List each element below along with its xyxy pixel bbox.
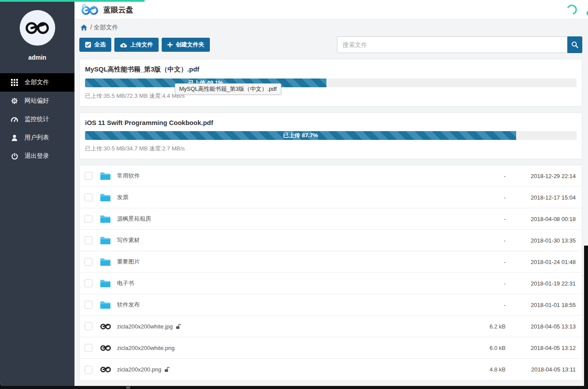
row-checkbox[interactable]	[85, 172, 92, 180]
file-name[interactable]: 发票	[117, 193, 128, 201]
file-size: -	[457, 280, 506, 287]
file-list: 常用软件 - 2018-12-29 22:14 发票	[79, 165, 582, 381]
sidebar-item-label: 全部文件	[25, 79, 49, 86]
gear-icon	[11, 97, 18, 104]
sidebar-item-link[interactable]: 监控统计	[0, 110, 74, 128]
file-row[interactable]: 电子书 - 2018-01-19 22:31	[80, 273, 582, 294]
sidebar-item-link[interactable]: 退出登录	[0, 147, 74, 165]
lock-open-icon[interactable]	[176, 324, 181, 329]
file-row[interactable]: 重要图片 - 2018-01-24 01:48	[80, 251, 582, 273]
row-checkbox[interactable]	[85, 279, 92, 287]
sidebar-item-link[interactable]: 网站偏好	[0, 92, 74, 110]
power-icon	[11, 153, 18, 160]
upload-status: 已上传:35.5 MB/72.3 MB 速度:4.4 MB/s	[85, 92, 577, 100]
file-row[interactable]: 软件发布 - 2018-01-01 18:55	[80, 294, 582, 316]
create-folder-button[interactable]: 创建文件夹	[162, 38, 210, 52]
file-name[interactable]: 写作素材	[117, 236, 140, 244]
eyeblue-logo-icon	[25, 20, 50, 36]
screen: admin 全部文件 网站偏好 监控统计 用户列表	[0, 0, 588, 389]
cloud-upload-icon	[120, 42, 127, 48]
file-name[interactable]: 软件发布	[117, 301, 140, 309]
file-date: 2018-04-05 13:11	[506, 366, 576, 373]
folder-icon	[100, 257, 111, 266]
avatar[interactable]	[20, 10, 55, 46]
upload-file-button[interactable]: 上传文件	[114, 38, 159, 52]
file-row[interactable]: 写作素材 - 2018-01-30 13:35	[80, 230, 582, 251]
file-date: 2018-04-05 13:13	[506, 323, 576, 330]
home-icon[interactable]	[81, 25, 87, 31]
sidebar-item-label: 用户列表	[25, 134, 49, 142]
file-name[interactable]: zicla200x200.png	[117, 366, 170, 373]
file-name[interactable]: 源枫景苑租房	[117, 215, 151, 223]
row-checkbox[interactable]	[85, 301, 92, 309]
sidebar-item-link[interactable]: 用户列表	[0, 128, 74, 147]
check-square-icon	[85, 42, 91, 48]
gauge-icon	[11, 116, 18, 123]
file-date: 2018-01-19 22:31	[506, 280, 576, 287]
lock-open-icon[interactable]	[164, 367, 170, 372]
breadcrumb-path: / 全部文件	[90, 24, 118, 32]
row-checkbox[interactable]	[85, 193, 92, 201]
row-checkbox[interactable]	[85, 258, 92, 266]
sidebar-nav: 全部文件 网站偏好 监控统计 用户列表 退出登录	[0, 73, 74, 165]
progress-track: 已上传 87.7%	[85, 131, 577, 140]
file-name[interactable]: 重要图片	[117, 258, 140, 266]
file-name[interactable]: zicla200x200white.jpg	[117, 323, 181, 330]
brand[interactable]: 蓝眼云盘	[81, 4, 133, 15]
file-date: 2018-01-01 18:55	[506, 302, 576, 308]
folder-icon	[100, 214, 111, 223]
upload-status: 已上传:30.5 MB/34.7 MB 速度:2.7 MB/s	[85, 145, 577, 153]
file-date: 2018-04-08 00:18	[506, 216, 576, 222]
file-row[interactable]: 源枫景苑租房 - 2018-04-08 00:18	[80, 208, 582, 230]
row-checkbox[interactable]	[85, 344, 92, 352]
upload-card: iOS 11 Swift Programming Cookbook.pdf 已上…	[79, 112, 582, 159]
row-checkbox[interactable]	[85, 215, 92, 223]
file-name[interactable]: zicla200x200white.png	[117, 345, 175, 351]
file-row[interactable]: zicla200x200white.png 6.0 kB 2018-04-05 …	[80, 337, 582, 359]
breadcrumb: / 全部文件	[79, 20, 582, 36]
infinity-file-icon	[100, 323, 111, 330]
sidebar-item-label: 监控统计	[25, 115, 49, 123]
folder-icon	[100, 279, 111, 288]
file-row[interactable]: zicla200x200.png 4.8 kB 2018-04-05 13:11	[80, 359, 582, 380]
progress-track: 已上传 49.1%	[85, 79, 577, 87]
row-checkbox[interactable]	[85, 236, 92, 244]
search-input[interactable]	[337, 36, 567, 53]
header: 蓝眼云盘	[74, 0, 588, 20]
row-checkbox[interactable]	[85, 366, 92, 374]
sidebar-item-active[interactable]: 全部文件	[0, 73, 74, 92]
upload-filename: iOS 11 Swift Programming Cookbook.pdf	[85, 118, 577, 126]
file-name[interactable]: 电子书	[117, 279, 134, 287]
upload-card: MySQL高性能书籍_第3版（中文）.pdf 已上传 49.1% 已上传:35.…	[79, 59, 582, 107]
file-row[interactable]: 发票 - 2018-12-17 15:04	[80, 187, 582, 208]
file-row[interactable]: zicla200x200white.jpg 6.2 kB 2018-04-05 …	[80, 316, 582, 337]
file-size: -	[457, 194, 506, 201]
upload-filename: MySQL高性能书籍_第3版（中文）.pdf	[85, 64, 577, 74]
file-size: -	[457, 173, 506, 179]
infinity-file-icon	[100, 366, 111, 373]
sidebar: admin 全部文件 网站偏好 监控统计 用户列表	[0, 0, 74, 386]
file-size: -	[457, 302, 506, 308]
progress-label: 已上传 87.7%	[283, 132, 318, 139]
desktop-edge-bottom	[0, 386, 588, 389]
app-title: 蓝眼云盘	[103, 5, 133, 15]
file-date: 2018-04-05 13:12	[506, 345, 576, 351]
desktop-dock-fragment	[126, 386, 130, 389]
row-checkbox[interactable]	[85, 322, 92, 330]
folder-icon	[100, 171, 111, 180]
content-area: / 全部文件 全选	[74, 20, 588, 386]
grid-icon	[11, 79, 18, 86]
app-window: admin 全部文件 网站偏好 监控统计 用户列表	[0, 0, 588, 386]
file-date: 2018-01-24 01:48	[506, 259, 576, 265]
file-size: 6.2 kB	[457, 323, 506, 330]
file-row[interactable]: 常用软件 - 2018-12-29 22:14	[80, 165, 582, 187]
main-panel: 蓝眼云盘 / 全部文件	[74, 0, 588, 386]
folder-icon	[100, 236, 111, 245]
file-name[interactable]: 常用软件	[117, 172, 140, 180]
search-icon	[571, 41, 578, 48]
loading-spinner-icon	[566, 4, 577, 15]
search-button[interactable]	[567, 36, 582, 53]
filename-tooltip: MySQL高性能书籍_第3版（中文）.pdf	[175, 83, 281, 95]
app-logo-icon	[81, 4, 98, 15]
select-all-button[interactable]: 全选	[79, 38, 111, 52]
